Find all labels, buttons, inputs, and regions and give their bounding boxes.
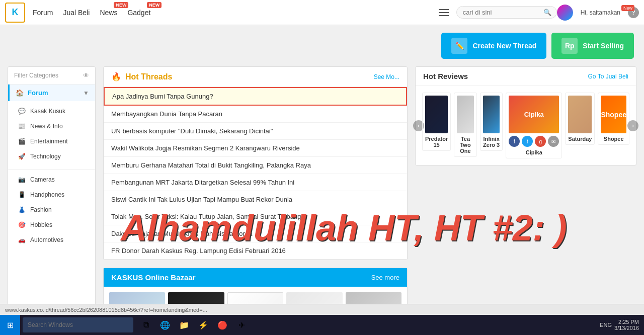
taskbar: ⊞ ⧉ 🌐 📁 ⚡ 🔴 ✈ ENG 2:25 PM 3/13/2016 xyxy=(0,315,644,335)
see-more-threads[interactable]: See Mo... xyxy=(374,73,399,80)
sidebar-item-kasak-kusuk[interactable]: 💬 Kasak Kusuk xyxy=(8,104,95,119)
email-button[interactable]: ✉ xyxy=(548,136,559,147)
hobbies-icon: 🎯 xyxy=(18,221,26,228)
handphones-label: Handphones xyxy=(30,191,64,198)
nav-forum[interactable]: Forum xyxy=(33,6,53,19)
action-bar: ✏️ Create New Thread Rp Start Selling xyxy=(0,25,644,66)
status-url: www.kaskus.co.id/thread/56cc2bf262088101… xyxy=(5,307,639,313)
sidebar-item-fashion[interactable]: 👗 Fashion xyxy=(8,202,95,217)
logo-letter: K xyxy=(12,7,19,18)
fashion-icon: 👗 xyxy=(18,206,26,213)
thread-item-3[interactable]: Wakil Walikota Jogja Resmikan Segmen 2 K… xyxy=(104,140,407,157)
logo[interactable]: K xyxy=(5,3,25,23)
search-bar: 🔍 xyxy=(456,6,557,19)
hot-reviews-title: Hot Reviews xyxy=(423,72,468,80)
see-more-bazaar[interactable]: See more xyxy=(371,274,399,281)
pencil-icon: ✏️ xyxy=(451,38,467,54)
review-item-shopee[interactable]: Shopee Shopee xyxy=(598,93,629,145)
start-button[interactable]: ⊞ xyxy=(0,315,20,335)
review-img-saturday xyxy=(568,96,592,133)
hot-reviews-header: Hot Reviews Go To Jual Beli xyxy=(416,67,636,86)
automotives-label: Automotives xyxy=(30,236,63,243)
kasak-icon: 💬 xyxy=(18,108,26,115)
taskbar-time: 2:25 PM 3/13/2016 xyxy=(614,319,639,331)
kasak-label: Kasak Kusuk xyxy=(30,108,65,115)
review-item-1[interactable]: Tea Two One xyxy=(454,93,477,157)
review-item-0[interactable]: Predator 15 xyxy=(422,93,451,151)
search-icon[interactable]: 🔍 xyxy=(543,9,551,16)
sidebar-item-technology[interactable]: 🚀 Technology xyxy=(8,149,95,164)
taskbar-task-view[interactable]: ⧉ xyxy=(138,317,153,332)
rp-icon: Rp xyxy=(561,38,578,54)
sidebar-item-automotives[interactable]: 🚗 Automotives xyxy=(8,232,95,247)
hamburger-menu[interactable] xyxy=(436,5,451,20)
sidebar-item-forum[interactable]: 🏠 Forum ▼ xyxy=(8,85,95,101)
taskbar-search-bar xyxy=(23,317,133,332)
thread-item-0[interactable]: Apa Jadinya Bumi Tanpa Gunung? xyxy=(104,87,407,106)
taskbar-ie[interactable]: 🌐 xyxy=(157,317,173,332)
bazaar-title: KASKUS Online Bazaar xyxy=(111,273,196,282)
user-info[interactable]: Hi, saitamakan New xyxy=(581,9,620,16)
thread-item-8[interactable]: Dakgalbi Jajanan Murah Khas Mahasiswa Ko… xyxy=(104,225,407,242)
social-icons: f t g ✉ xyxy=(509,136,559,147)
review-item-cipika[interactable]: Cipika f t g ✉ Cipika xyxy=(506,93,562,158)
hot-reviews-box: Hot Reviews Go To Jual Beli ‹ Predator 1… xyxy=(415,66,636,165)
sidebar-item-cameras[interactable]: 📷 Cameras xyxy=(8,172,95,187)
thread-item-5[interactable]: Pembangunan MRT Jakarta Ditargetkan Sele… xyxy=(104,174,407,191)
reviews-next-button[interactable]: › xyxy=(627,120,638,131)
review-name-shopee: Shopee xyxy=(601,136,626,142)
nav-gadget[interactable]: Gadget NEW xyxy=(127,6,150,19)
twitter-button[interactable]: t xyxy=(522,136,533,147)
reviews-grid: Predator 15 Tea Two One Infinix Zero 3 xyxy=(416,86,636,165)
nav-items: Forum Jual Beli News NEW Gadget NEW xyxy=(33,6,436,19)
search-input[interactable] xyxy=(463,9,543,16)
sidebar-item-hobbies[interactable]: 🎯 Hobbies xyxy=(8,217,95,232)
googleplus-button[interactable]: g xyxy=(535,136,546,147)
create-thread-button[interactable]: ✏️ Create New Thread xyxy=(441,33,546,59)
top-navigation: K Forum Jual Beli News NEW Gadget NEW 🔍 xyxy=(0,0,644,25)
facebook-button[interactable]: f xyxy=(509,136,520,147)
thread-item-1[interactable]: Membayangkan Dunia Tanpa Pacaran xyxy=(104,106,407,123)
review-item-saturday[interactable]: Saturday xyxy=(565,93,595,145)
thread-item-9[interactable]: FR Donor Darah Kaskus Reg. Lampung Edisi… xyxy=(104,242,407,260)
taskbar-lang: ENG xyxy=(600,322,612,328)
cameras-label: Cameras xyxy=(30,176,55,183)
thread-item-4[interactable]: Memburu Gerhana Matahari Total di Bukit … xyxy=(104,157,407,174)
taskbar-app1[interactable]: ⚡ xyxy=(196,317,211,332)
sidebar: Filter Categories 👁 🏠 Forum ▼ 💬 Kasak Ku… xyxy=(8,66,96,335)
nav-jualbeli[interactable]: Jual Beli xyxy=(63,6,90,19)
thread-list: Apa Jadinya Bumi Tanpa Gunung? Membayang… xyxy=(104,87,407,260)
automotives-icon: 🚗 xyxy=(18,236,26,243)
sidebar-item-handphones[interactable]: 📱 Handphones xyxy=(8,187,95,202)
thread-item-7[interactable]: Tolak Mou, Sopir Taksi: Kalau Tutup Jala… xyxy=(104,208,407,225)
thread-item-6[interactable]: Siswi Cantik Ini Tak Lulus Ujian Tapi Ma… xyxy=(104,191,407,208)
nav-news[interactable]: News NEW xyxy=(100,6,117,19)
review-name-0: Predator 15 xyxy=(425,136,448,148)
go-to-jual-beli[interactable]: Go To Jual Beli xyxy=(588,73,629,80)
taskbar-explorer[interactable]: 📁 xyxy=(177,317,192,332)
taskbar-icons: ⧉ 🌐 📁 ⚡ 🔴 ✈ xyxy=(138,317,249,332)
status-bar: www.kaskus.co.id/thread/56cc2bf262088101… xyxy=(0,304,644,315)
review-item-2[interactable]: Infinix Zero 3 xyxy=(480,93,503,151)
sidebar-item-news-info[interactable]: 📰 News & Info xyxy=(8,119,95,134)
taskbar-chrome[interactable]: 🔴 xyxy=(215,317,230,332)
main-content: Alhamdulillah HT, HT #2: ) Hot Threads S… xyxy=(96,66,415,335)
sidebar-filter: Filter Categories 👁 xyxy=(8,67,95,85)
forum-icon: 🏠 xyxy=(16,89,24,97)
review-name-1: Tea Two One xyxy=(457,136,474,154)
taskbar-app2[interactable]: ✈ xyxy=(234,317,249,332)
start-selling-button[interactable]: Rp Start Selling xyxy=(551,33,634,59)
thread-item-2[interactable]: UN berbasis komputer "Dulu Dimaki, Sekar… xyxy=(104,123,407,140)
taskbar-search-input[interactable] xyxy=(28,321,118,328)
gadget-new-badge: NEW xyxy=(147,2,162,8)
hobbies-label: Hobbies xyxy=(30,221,52,228)
reviews-wrapper: ‹ Predator 15 Tea Two One Infinix Zer xyxy=(416,86,636,165)
filter-icon[interactable]: 👁 xyxy=(83,72,89,79)
fashion-label: Fashion xyxy=(30,206,52,213)
sidebar-item-entertainment[interactable]: 🎬 Entertainment xyxy=(8,134,95,149)
handphones-icon: 📱 xyxy=(18,191,26,198)
hot-threads-title: Hot Threads xyxy=(111,72,172,81)
nav-right: Hi, saitamakan New ? xyxy=(557,5,639,21)
forum-arrow: ▼ xyxy=(83,90,89,97)
bazaar-header: KASKUS Online Bazaar See more xyxy=(104,268,407,287)
